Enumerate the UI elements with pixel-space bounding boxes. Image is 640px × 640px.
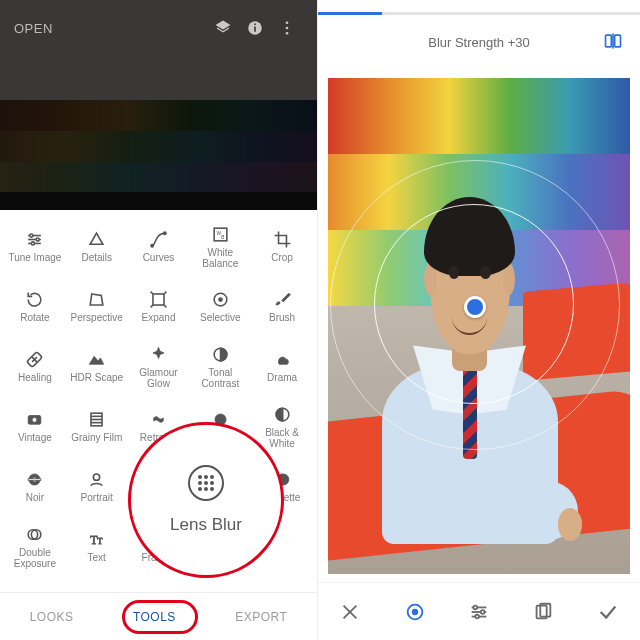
tool-vintage[interactable]: Vintage xyxy=(4,396,66,456)
svg-line-21 xyxy=(164,291,166,293)
vintage-icon xyxy=(25,408,44,430)
perspective-icon xyxy=(87,288,106,310)
tool-label: White Balance xyxy=(202,248,238,269)
lens-blur-callout-label: Lens Blur xyxy=(170,515,242,535)
tool-hdr-scape[interactable]: HDR Scape xyxy=(66,336,128,396)
portrait-icon xyxy=(87,468,106,490)
apply-button[interactable] xyxy=(586,590,630,634)
tab-tools[interactable]: TOOLS xyxy=(133,610,176,624)
open-button[interactable]: OPEN xyxy=(14,21,53,36)
svg-rect-19 xyxy=(153,294,164,305)
tool-portrait[interactable]: Portrait xyxy=(66,456,128,516)
tool-glamour-glow[interactable]: Glamour Glow xyxy=(128,336,190,396)
details-icon xyxy=(87,228,106,250)
tool-brush[interactable]: Brush xyxy=(251,276,313,336)
strength-progress xyxy=(318,12,640,15)
noir-icon xyxy=(25,468,44,490)
tool-label: Glamour Glow xyxy=(139,368,177,389)
adjust-title: Blur Strength +30 xyxy=(318,24,640,60)
svg-point-14 xyxy=(164,232,166,234)
svg-point-74 xyxy=(481,610,485,614)
tool-label: Double Exposure xyxy=(14,548,56,569)
tool-rotate[interactable]: Rotate xyxy=(4,276,66,336)
svg-marker-18 xyxy=(90,294,103,305)
svg-point-3 xyxy=(286,21,289,24)
tool-label: Crop xyxy=(271,253,293,264)
svg-point-42 xyxy=(94,474,100,480)
svg-point-32 xyxy=(33,417,38,422)
tool-label: Perspective xyxy=(71,313,123,324)
bottom-tabs: LOOKS TOOLS EXPORT xyxy=(0,592,317,640)
tool-label: Grainy Film xyxy=(71,433,122,444)
right-screenshot: Blur Strength +30 xyxy=(317,0,640,640)
tool-label: Tonal Contrast xyxy=(201,368,239,389)
svg-point-69 xyxy=(412,609,417,614)
white-balance-icon: WB xyxy=(211,223,230,245)
drama-icon xyxy=(273,348,292,370)
tool-label: Portrait xyxy=(81,493,113,504)
healing-icon xyxy=(25,348,44,370)
svg-marker-12 xyxy=(90,233,103,244)
svg-rect-63 xyxy=(606,35,612,47)
svg-rect-41 xyxy=(29,478,42,480)
tool-label: HDR Scape xyxy=(70,373,123,384)
tune-image-icon xyxy=(25,228,44,250)
cancel-button[interactable] xyxy=(328,590,372,634)
svg-line-22 xyxy=(151,305,153,307)
svg-rect-2 xyxy=(254,24,256,26)
tool-label: Curves xyxy=(143,253,175,264)
svg-marker-29 xyxy=(90,356,104,364)
brush-icon xyxy=(273,288,292,310)
tool-expand[interactable]: Expand xyxy=(128,276,190,336)
tool-perspective[interactable]: Perspective xyxy=(66,276,128,336)
tool-selective[interactable]: Selective xyxy=(189,276,251,336)
image-preview-dimmed: OPEN xyxy=(0,0,317,210)
svg-point-75 xyxy=(475,614,479,618)
curves-icon xyxy=(149,228,168,250)
tool-white-balance[interactable]: WBWhite Balance xyxy=(189,216,251,276)
tool-label: Black & White xyxy=(265,428,299,449)
tab-looks[interactable]: LOOKS xyxy=(30,610,74,624)
tool-drama[interactable]: Drama xyxy=(251,336,313,396)
svg-point-13 xyxy=(151,244,153,246)
compare-icon[interactable] xyxy=(600,28,626,54)
grainy-film-icon xyxy=(87,408,106,430)
tool-tune-image[interactable]: Tune Image xyxy=(4,216,66,276)
more-icon[interactable] xyxy=(271,19,303,37)
tool-tonal-contrast[interactable]: Tonal Contrast xyxy=(189,336,251,396)
tool-grainy-film[interactable]: Grainy Film xyxy=(66,396,128,456)
svg-text:B: B xyxy=(221,235,224,240)
tool-label: Noir xyxy=(26,493,44,504)
blur-center-handle[interactable] xyxy=(464,296,486,318)
info-icon[interactable] xyxy=(239,19,271,37)
tool-curves[interactable]: Curves xyxy=(128,216,190,276)
layers-icon[interactable] xyxy=(207,19,239,37)
tool-healing[interactable]: Healing xyxy=(4,336,66,396)
tool-details[interactable]: Details xyxy=(66,216,128,276)
svg-point-11 xyxy=(32,242,35,245)
tool-label: Vintage xyxy=(18,433,52,444)
rotate-icon xyxy=(25,288,44,310)
svg-rect-64 xyxy=(615,35,621,47)
selective-icon xyxy=(211,288,230,310)
double-exposure-icon xyxy=(25,523,44,545)
tab-export[interactable]: EXPORT xyxy=(235,610,287,624)
focus-shape-button[interactable] xyxy=(393,590,437,634)
svg-point-4 xyxy=(286,27,289,30)
tool-label: Healing xyxy=(18,373,52,384)
styles-button[interactable] xyxy=(521,590,565,634)
svg-line-20 xyxy=(151,291,153,293)
tool-crop[interactable]: Crop xyxy=(251,216,313,276)
crop-icon xyxy=(273,228,292,250)
black-white-icon xyxy=(273,403,292,425)
tool-double-exposure[interactable]: Double Exposure xyxy=(4,516,66,576)
glamour-glow-icon xyxy=(149,343,168,365)
tool-noir[interactable]: Noir xyxy=(4,456,66,516)
tool-label: Tune Image xyxy=(8,253,61,264)
tool-text[interactable]: TTText xyxy=(66,516,128,576)
tool-label: Selective xyxy=(200,313,241,324)
adjust-button[interactable] xyxy=(457,590,501,634)
svg-point-73 xyxy=(473,605,477,609)
image-canvas[interactable] xyxy=(328,78,630,574)
svg-rect-1 xyxy=(254,27,256,32)
